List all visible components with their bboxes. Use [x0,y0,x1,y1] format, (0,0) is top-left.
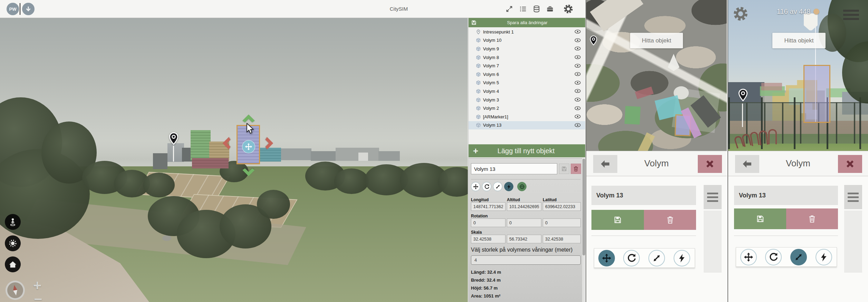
zoom-in-button[interactable]: + [33,280,42,291]
list-item-volume[interactable]: Volym 10 [469,36,585,45]
geo-tool-button[interactable] [517,182,527,191]
list-item-volume[interactable]: Volym 4 [469,87,585,96]
rotate-tool-button[interactable] [765,249,782,265]
visibility-eye-icon[interactable] [575,80,581,85]
find-object-button[interactable]: Hitta objekt [630,33,683,48]
compass[interactable] [6,281,25,300]
list-item-label: Volym 4 [483,89,575,94]
menu-button[interactable] [844,185,862,209]
delete-volume-button[interactable] [571,164,581,174]
scale-tool-button[interactable] [493,182,502,191]
visibility-eye-icon[interactable] [575,72,581,77]
list-item-volume[interactable]: Volym 3 [469,96,585,104]
snap-tool-button[interactable] [504,182,513,191]
visibility-eye-icon[interactable] [575,64,581,68]
list-item-volume[interactable]: Volym 7 [469,61,585,70]
gizmo-left-chevron[interactable] [222,136,231,150]
street-view-button[interactable] [5,214,21,230]
move-tool-button[interactable] [598,250,615,266]
latitude-field[interactable] [543,202,581,211]
sun-settings-button[interactable] [5,235,21,251]
gizmo-move-handle[interactable] [242,140,255,153]
map-volume-khaki[interactable] [637,133,655,151]
snap-tool-button[interactable] [674,250,690,266]
gizmo-up-chevron[interactable] [242,114,255,123]
close-button[interactable] [698,155,722,173]
viewport-3d[interactable]: + − [0,18,468,302]
settings-button[interactable] [563,4,573,14]
visibility-eye-icon[interactable] [575,97,581,102]
move-tool-button[interactable] [740,249,757,265]
map-volume-red[interactable] [635,87,654,99]
list-item-volume[interactable]: [ARMarker1] [469,113,585,121]
rotation-z-field[interactable] [543,218,581,227]
visibility-eye-icon[interactable] [575,38,581,43]
longitude-field[interactable] [471,202,505,211]
visibility-eye-icon[interactable] [575,123,581,128]
save-volume-button[interactable] [559,164,569,174]
fullscreen-button[interactable] [505,5,513,13]
list-item-volume[interactable]: Volym 5 [469,79,585,87]
menu-button[interactable] [704,185,722,209]
list-item-volume[interactable]: Volym 8 [469,53,585,62]
save-volume-button[interactable] [591,210,644,230]
stat-width: Bredd: 32.4 m [471,277,515,285]
scale-z-field[interactable] [543,235,581,243]
add-object-button[interactable]: + Lägg till nytt objekt [469,144,585,157]
topbar-divider [20,3,20,15]
move-tool-button[interactable] [471,182,480,191]
find-object-button[interactable]: Hitta objekt [772,33,826,48]
ar-menu-button[interactable] [843,10,859,22]
data-button[interactable] [533,5,540,13]
editor-scrollbar[interactable] [844,211,862,273]
scale-y-field[interactable] [507,235,541,243]
visibility-eye-icon[interactable] [575,55,581,60]
citysim-app: PW CitySIM [0,0,868,302]
rotation-x-field[interactable] [471,218,505,227]
user-badge[interactable]: PW [7,3,19,15]
project-button[interactable] [546,5,554,13]
scale-tool-button[interactable] [648,250,665,266]
floor-size-input[interactable] [471,255,581,265]
volume-name-field[interactable]: Volym 13 [591,186,696,205]
volume-name-field[interactable]: Volym 13 [734,186,838,205]
list-item-volume[interactable]: Volym 9 [469,45,585,53]
visibility-eye-icon[interactable] [575,29,581,34]
home-view-button[interactable] [5,256,21,272]
list-item-volume[interactable]: Volym 6 [469,70,585,79]
rotation-y-field[interactable] [507,218,541,227]
object-list-button[interactable] [519,5,527,13]
satellite-map-image[interactable]: Hitta objekt [586,0,727,151]
scale-x-field[interactable] [471,235,505,243]
scale-tool-button[interactable] [790,249,807,265]
visibility-eye-icon[interactable] [575,106,581,111]
rotate-tool-button[interactable] [623,250,640,266]
volume-name-input[interactable] [471,163,557,174]
snap-tool-button[interactable] [816,249,832,265]
save-volume-button[interactable] [734,208,786,229]
ar-camera-image[interactable]: 116 av 448 Hitta objekt [728,0,868,151]
visibility-eye-icon[interactable] [575,46,581,51]
list-item-volume-selected[interactable]: Volym 13 [469,121,585,130]
list-item-poi[interactable]: Intressepunkt 1 [469,28,585,36]
visibility-eye-icon[interactable] [575,89,581,94]
map-volume-green[interactable] [625,106,641,125]
altitude-field[interactable] [507,202,541,211]
delete-volume-button[interactable] [644,210,696,230]
close-button[interactable] [838,155,862,173]
rotate-tool-button[interactable] [482,182,491,191]
list-item-volume[interactable]: Volym 2 [469,104,585,113]
properties-scrollbar[interactable] [582,158,585,302]
scrollbar-thumb[interactable] [582,159,585,255]
editor-scrollbar[interactable] [704,211,722,273]
zoom-out-button[interactable]: − [34,294,42,302]
visibility-eye-icon[interactable] [575,114,581,119]
close-x-icon [844,158,856,169]
delete-volume-button[interactable] [786,208,838,229]
gizmo-down-chevron[interactable] [242,168,255,177]
down-arrow-button[interactable] [22,3,35,15]
save-all-button[interactable]: Spara alla ändringar [469,18,585,27]
sun-icon [8,239,17,248]
gizmo-right-chevron[interactable] [265,136,274,150]
ar-volume-selected[interactable] [803,65,830,123]
